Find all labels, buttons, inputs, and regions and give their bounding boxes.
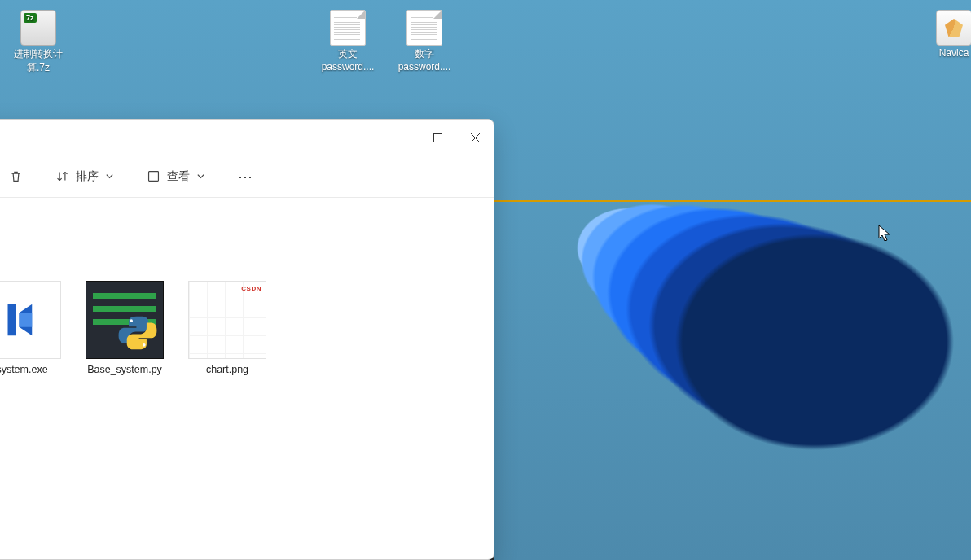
maximize-button[interactable] (419, 125, 456, 151)
svg-rect-1 (433, 133, 442, 142)
delete-button[interactable] (2, 164, 29, 188)
desktop-icon-label: Navica (919, 47, 971, 59)
more-button[interactable]: ⋯ (231, 163, 261, 190)
desktop-icon-label: 进制转换计算.7z (3, 47, 73, 75)
archive-7z-icon (20, 10, 56, 46)
close-button[interactable] (456, 125, 494, 151)
svg-point-3 (130, 319, 133, 322)
desktop-icon-label: 数字password.... (389, 47, 459, 72)
svg-rect-2 (149, 172, 159, 182)
file-label: system.exe (0, 364, 66, 375)
desktop-icon-7z[interactable]: 进制转换计算.7z (3, 10, 73, 75)
file-label: chart.png (183, 364, 271, 375)
python-file-icon (86, 281, 164, 359)
file-item[interactable]: chart.png (182, 276, 273, 380)
minimize-button[interactable] (381, 125, 419, 151)
file-grid: system.exe Base_system.py chart.png (0, 261, 494, 395)
text-file-icon (406, 10, 442, 46)
text-file-icon (330, 10, 366, 46)
desktop-icon-navicat[interactable]: Navica (919, 10, 971, 59)
sort-label: 排序 (76, 169, 99, 184)
file-item[interactable]: Base_system.py (79, 276, 170, 380)
titlebar[interactable] (0, 120, 494, 155)
explorer-window-1[interactable]: 排序 查看 ⋯ system.exe (0, 119, 494, 560)
navicat-icon (936, 10, 971, 46)
desktop-icon-txt-num[interactable]: 数字password.... (389, 10, 459, 72)
file-label: Base_system.py (81, 364, 169, 375)
desktop-icon-txt-en[interactable]: 英文password.... (313, 10, 383, 72)
maximize-icon (433, 133, 442, 142)
minimize-icon (396, 133, 405, 142)
chevron-down-icon (196, 172, 205, 181)
svg-point-4 (143, 343, 146, 347)
close-icon (471, 133, 480, 142)
view-button[interactable]: 查看 (140, 164, 212, 189)
command-bar: 排序 查看 ⋯ (0, 155, 494, 198)
view-label: 查看 (167, 169, 190, 184)
file-item[interactable]: system.exe (0, 276, 68, 380)
trash-icon (9, 169, 23, 183)
png-file-icon (188, 281, 266, 359)
desktop-icon-label: 英文password.... (313, 47, 383, 72)
exe-file-icon (0, 281, 61, 359)
more-icon: ⋯ (238, 168, 254, 186)
sort-icon (55, 169, 69, 183)
view-icon (147, 169, 160, 183)
chevron-down-icon (105, 172, 114, 181)
sort-button[interactable]: 排序 (49, 164, 121, 189)
